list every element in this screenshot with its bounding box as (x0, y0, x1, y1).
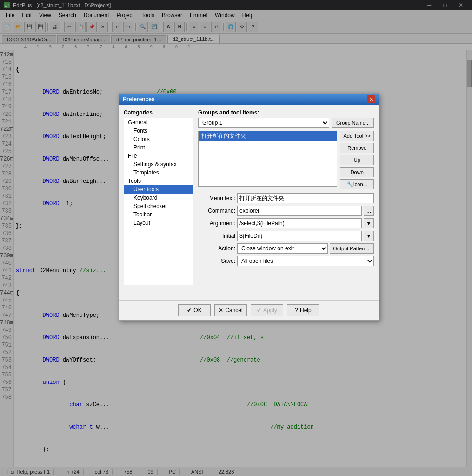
preferences-dialog: Preferences ✕ Categories General Fonts C… (119, 93, 379, 321)
cat-file[interactable]: File (124, 152, 193, 160)
command-browse-button[interactable]: ... (364, 206, 374, 216)
cat-spell-checker[interactable]: Spell checker (124, 202, 193, 210)
cancel-label: Cancel (225, 307, 242, 314)
action-dropdown[interactable]: Close window on exit Keep window open Hi… (237, 243, 328, 254)
apply-icon: ✔ (257, 307, 261, 314)
icon-button[interactable]: 🔧 Icon... (340, 179, 374, 189)
dialog-footer: ✔ OK ✕ Cancel ✔ Apply ? Help (119, 300, 379, 320)
groups-list-area: 打开所在的文件夹 Add Tool >> Remove Up Down 🔧 Ic… (198, 131, 374, 189)
list-buttons: Add Tool >> Remove Up Down 🔧 Icon... (340, 131, 374, 189)
help-icon: ? (295, 307, 298, 314)
dialog-close-button[interactable]: ✕ (367, 95, 375, 103)
group-name-button[interactable]: Group Name... (332, 118, 374, 128)
help-label: Help (300, 307, 312, 314)
cat-tools[interactable]: Tools (124, 177, 193, 185)
cat-user-tools[interactable]: User tools (124, 185, 193, 194)
cat-layout[interactable]: Layout (124, 219, 193, 227)
icon-btn-icon: 🔧 (347, 181, 353, 188)
argument-label: Argument: (198, 220, 235, 227)
apply-label: Apply (263, 307, 277, 314)
cat-toolbar[interactable]: Toolbar (124, 210, 193, 219)
cat-keyboard[interactable]: Keyboard (124, 194, 193, 202)
add-tool-button[interactable]: Add Tool >> (340, 131, 374, 141)
menu-text-label: Menu text: (198, 195, 235, 201)
remove-button[interactable]: Remove (340, 143, 374, 153)
group-dropdown[interactable]: Group 1 Group 2 Group 3 (198, 118, 329, 128)
groups-title: Groups and tool items: (198, 109, 374, 116)
initial-row: Initial ▼ (198, 231, 374, 241)
argument-row: Argument: ▼ (198, 218, 374, 228)
menu-text-row: Menu text: (198, 193, 374, 203)
action-row: Action: Close window on exit Keep window… (198, 243, 374, 254)
groups-top: Group 1 Group 2 Group 3 Group Name... (198, 118, 374, 128)
save-dropdown[interactable]: All open files Current file None (237, 256, 374, 266)
initial-input[interactable] (237, 231, 362, 241)
apply-button[interactable]: ✔ Apply (251, 304, 283, 316)
cat-print[interactable]: Print (124, 143, 193, 152)
cat-templates[interactable]: Templates (124, 168, 193, 177)
cat-general[interactable]: General (124, 118, 193, 127)
initial-label: Initial (198, 233, 235, 239)
menu-text-input[interactable] (237, 193, 374, 203)
down-button[interactable]: Down (340, 167, 374, 177)
command-row: Command: ... (198, 206, 374, 216)
cat-fonts[interactable]: Fonts (124, 127, 193, 135)
help-button[interactable]: ? Help (287, 304, 319, 316)
ok-icon: ✔ (187, 307, 192, 314)
cat-colors[interactable]: Colors (124, 135, 193, 143)
categories-title: Categories (124, 109, 193, 116)
action-label: Action: (198, 245, 235, 252)
ok-label: OK (193, 307, 201, 314)
right-panel: Groups and tool items: Group 1 Group 2 G… (198, 109, 374, 295)
cat-settings-syntax[interactable]: Settings & syntax (124, 160, 193, 168)
up-button[interactable]: Up (340, 155, 374, 165)
cancel-icon: ✕ (219, 307, 223, 314)
cancel-button[interactable]: ✕ Cancel (214, 304, 247, 316)
command-label: Command: (198, 208, 235, 214)
categories-panel: Categories General Fonts Colors Print Fi… (124, 109, 193, 295)
categories-list: General Fonts Colors Print File Settings… (124, 118, 193, 285)
save-label: Save: (198, 258, 235, 264)
initial-browse-button[interactable]: ▼ (364, 231, 374, 241)
dialog-title-bar: Preferences ✕ (119, 94, 379, 105)
command-input[interactable] (237, 206, 362, 216)
save-row: Save: All open files Current file None (198, 256, 374, 266)
dialog-title-text: Preferences (123, 96, 155, 102)
argument-browse-button[interactable]: ▼ (364, 218, 374, 228)
ok-button[interactable]: ✔ OK (178, 304, 211, 316)
output-pattern-button[interactable]: Output Pattern... (330, 243, 374, 254)
tools-list: 打开所在的文件夹 (198, 131, 337, 187)
dialog-body: Categories General Fonts Colors Print Fi… (119, 105, 379, 300)
argument-input[interactable] (237, 218, 362, 228)
tool-item-0[interactable]: 打开所在的文件夹 (199, 131, 337, 141)
